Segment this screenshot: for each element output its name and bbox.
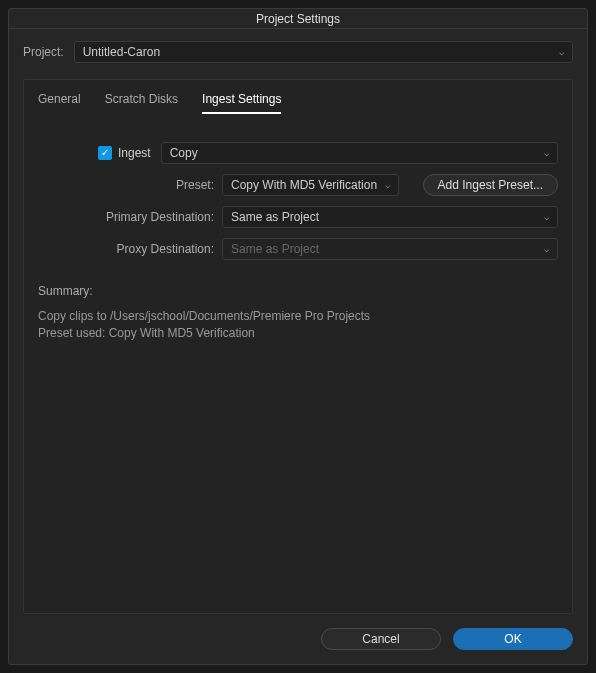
preset-label: Preset: <box>38 178 222 192</box>
ingest-checkbox[interactable]: ✓ <box>98 146 112 160</box>
chevron-down-icon: ⌵ <box>544 244 549 254</box>
chevron-down-icon: ⌵ <box>544 212 549 222</box>
project-label: Project: <box>23 45 64 59</box>
ok-label: OK <box>504 632 521 646</box>
ingest-action-select[interactable]: Copy ⌵ <box>161 142 558 164</box>
dialog-titlebar: Project Settings <box>9 9 587 29</box>
ingest-tab-content: ✓ Ingest Copy ⌵ Preset: Copy With MD5 Ve… <box>24 118 572 352</box>
settings-panel: General Scratch Disks Ingest Settings ✓ … <box>23 79 573 614</box>
primary-destination-label: Primary Destination: <box>38 210 222 224</box>
button-bar: Cancel OK <box>23 628 573 654</box>
chevron-down-icon: ⌵ <box>544 148 549 158</box>
ok-button[interactable]: OK <box>453 628 573 650</box>
proxy-destination-row: Proxy Destination: Same as Project ⌵ <box>38 238 558 260</box>
preset-row: Preset: Copy With MD5 Verification ⌵ Add… <box>38 174 558 196</box>
project-row: Project: Untitled-Caron ⌵ <box>23 41 573 63</box>
tab-bar: General Scratch Disks Ingest Settings <box>24 80 572 118</box>
chevron-down-icon: ⌵ <box>385 180 390 190</box>
primary-destination-row: Primary Destination: Same as Project ⌵ <box>38 206 558 228</box>
proxy-destination-select: Same as Project ⌵ <box>222 238 558 260</box>
cancel-label: Cancel <box>362 632 399 646</box>
project-settings-dialog: Project Settings Project: Untitled-Caron… <box>8 8 588 665</box>
tab-general[interactable]: General <box>38 92 81 114</box>
ingest-checkbox-label: Ingest <box>118 146 151 160</box>
summary-label: Summary: <box>38 284 558 298</box>
preset-select[interactable]: Copy With MD5 Verification ⌵ <box>222 174 399 196</box>
ingest-toggle-row: ✓ Ingest Copy ⌵ <box>38 142 558 164</box>
ingest-action-value: Copy <box>170 146 198 160</box>
preset-value: Copy With MD5 Verification <box>231 178 377 192</box>
summary-line-2: Preset used: Copy With MD5 Verification <box>38 325 558 342</box>
dialog-title: Project Settings <box>256 12 340 26</box>
cancel-button[interactable]: Cancel <box>321 628 441 650</box>
proxy-destination-label: Proxy Destination: <box>38 242 222 256</box>
project-value: Untitled-Caron <box>83 45 160 59</box>
primary-destination-select[interactable]: Same as Project ⌵ <box>222 206 558 228</box>
proxy-destination-value: Same as Project <box>231 242 319 256</box>
project-select[interactable]: Untitled-Caron ⌵ <box>74 41 573 63</box>
chevron-down-icon: ⌵ <box>559 47 564 57</box>
tab-scratch-disks[interactable]: Scratch Disks <box>105 92 178 114</box>
summary-line-1: Copy clips to /Users/jschool/Documents/P… <box>38 308 558 325</box>
add-ingest-preset-button[interactable]: Add Ingest Preset... <box>423 174 558 196</box>
dialog-body: Project: Untitled-Caron ⌵ General Scratc… <box>9 29 587 664</box>
tab-ingest-settings[interactable]: Ingest Settings <box>202 92 281 114</box>
add-ingest-preset-label: Add Ingest Preset... <box>438 178 543 192</box>
summary-block: Summary: Copy clips to /Users/jschool/Do… <box>38 284 558 342</box>
primary-destination-value: Same as Project <box>231 210 319 224</box>
